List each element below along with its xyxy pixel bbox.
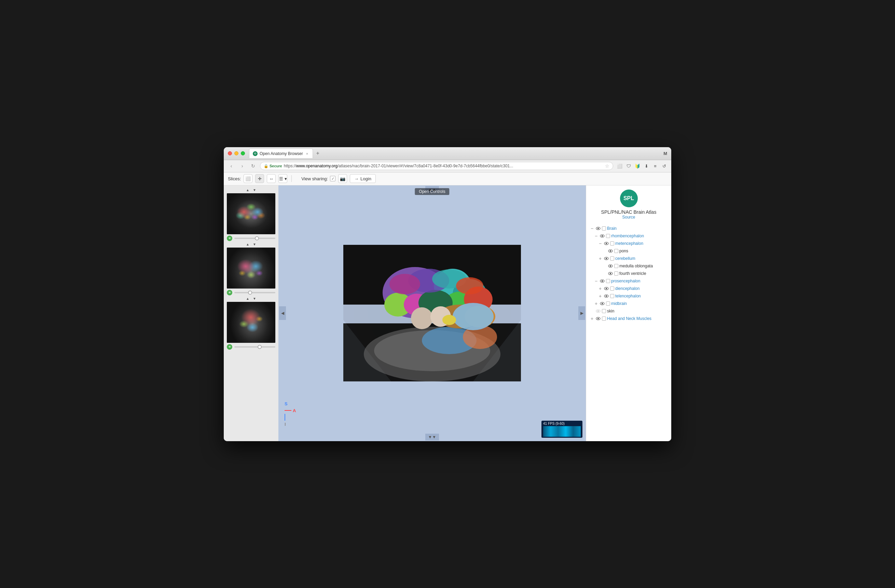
layer-collapse-brain[interactable]: −: [590, 226, 595, 231]
layer-name-head_neck_muscles[interactable]: Head and Neck Muscles: [607, 316, 651, 321]
layer-collapse-pons: [602, 249, 607, 253]
layer-eye-skin[interactable]: [595, 308, 601, 314]
axial-prev-button[interactable]: ▲: [246, 188, 249, 192]
atlas-header: SPL SPL/PNL/NAC Brain Atlas Source: [590, 189, 668, 220]
crosshair-tool-button[interactable]: ✛: [255, 174, 264, 183]
refresh-icon[interactable]: ↺: [660, 162, 668, 170]
axial-slice-image[interactable]: [227, 193, 275, 234]
atlas-source-link[interactable]: Source: [622, 215, 635, 220]
coronal-eye-icon[interactable]: 👁: [227, 290, 232, 296]
layer-eye-fourth_ventricle[interactable]: [608, 271, 613, 276]
maximize-button[interactable]: [241, 151, 245, 155]
layer-name-brain[interactable]: Brain: [607, 226, 617, 231]
sagittal-slider-thumb[interactable]: [258, 345, 262, 349]
layer-name-midbrain[interactable]: midbrain: [611, 301, 627, 306]
layer-eye-metencephalon[interactable]: [604, 241, 609, 246]
resize-tool-button[interactable]: ↔: [267, 174, 276, 183]
open-controls-label[interactable]: Open Controls: [415, 188, 449, 195]
layer-name-cerebellum[interactable]: cerebellum: [615, 256, 636, 261]
menu-icon[interactable]: ≡: [651, 162, 659, 170]
axial-next-button[interactable]: ▼: [253, 188, 256, 192]
new-tab-button[interactable]: +: [313, 149, 323, 158]
viewer-nav-right[interactable]: ▶: [578, 306, 585, 320]
layer-name-skin[interactable]: skin: [607, 309, 614, 314]
sagittal-slice-image[interactable]: [227, 302, 275, 343]
coronal-slider-thumb[interactable]: [248, 291, 252, 295]
layer-eye-telencephalon[interactable]: [604, 293, 609, 299]
layer-collapse-metencephalon[interactable]: −: [598, 241, 602, 246]
layer-name-prosencephalon[interactable]: prosencephalon: [611, 279, 640, 283]
back-button[interactable]: ‹: [227, 162, 235, 170]
shield-icon[interactable]: 🛡: [625, 162, 632, 170]
layer-checkbox-skin[interactable]: [602, 309, 606, 313]
axial-slider[interactable]: [234, 238, 275, 239]
coronal-slider[interactable]: [234, 292, 275, 293]
layer-collapse-cerebellum[interactable]: +: [598, 256, 602, 261]
extensions-icon[interactable]: ⬜: [616, 162, 623, 170]
active-tab[interactable]: O Open Anatomy Browser ×: [249, 149, 313, 158]
axial-slider-thumb[interactable]: [255, 236, 259, 240]
layer-item-diencephalon: +diencephalon: [590, 285, 668, 292]
view-sharing-checkbox[interactable]: ✓: [330, 176, 335, 181]
axial-eye-icon[interactable]: 👁: [227, 236, 232, 241]
minimize-button[interactable]: [234, 151, 238, 155]
layer-eye-pons[interactable]: [608, 248, 613, 254]
layer-checkbox-medulla_oblongata[interactable]: [614, 264, 618, 268]
layer-checkbox-pons[interactable]: [614, 249, 618, 253]
download-icon[interactable]: ⬇: [643, 162, 650, 170]
vpn-icon[interactable]: 🔰: [634, 162, 641, 170]
layer-name-rhombencephalon[interactable]: rhombencephalon: [611, 233, 644, 238]
layer-item-prosencephalon: −prosencephalon: [590, 277, 668, 285]
layer-name-telencephalon[interactable]: telencephalon: [615, 294, 641, 299]
layer-eye-cerebellum[interactable]: [604, 256, 609, 261]
layer-eye-midbrain[interactable]: [599, 301, 605, 306]
square-tool-button[interactable]: ⬜: [244, 174, 252, 183]
layer-eye-prosencephalon[interactable]: [599, 278, 605, 284]
layer-eye-diencephalon[interactable]: [604, 286, 609, 291]
layer-collapse-head_neck_muscles[interactable]: +: [590, 316, 595, 321]
sagittal-next-button[interactable]: ▼: [253, 297, 256, 300]
login-button[interactable]: → Login: [350, 174, 376, 183]
layer-eye-head_neck_muscles[interactable]: [595, 316, 601, 321]
layer-checkbox-cerebellum[interactable]: [610, 256, 614, 261]
tab-close-button[interactable]: ×: [305, 151, 309, 156]
url-bar[interactable]: 🔒 Secure https://www.openanatomy.org/atl…: [260, 162, 613, 170]
sagittal-eye-icon[interactable]: 👁: [227, 344, 232, 350]
layer-name-fourth_ventricle[interactable]: fourth ventricle: [619, 271, 646, 276]
layer-eye-brain[interactable]: [595, 226, 601, 231]
layer-checkbox-midbrain[interactable]: [606, 302, 610, 306]
layer-collapse-telencephalon[interactable]: +: [598, 294, 602, 299]
camera-button[interactable]: 📷: [338, 174, 347, 183]
layer-collapse-diencephalon[interactable]: +: [598, 286, 602, 291]
list-tool-button[interactable]: ☰ ▾: [278, 174, 287, 183]
layer-checkbox-fourth_ventricle[interactable]: [614, 271, 618, 276]
coronal-next-button[interactable]: ▼: [253, 242, 256, 246]
bookmark-icon[interactable]: ☆: [605, 163, 610, 169]
forward-button[interactable]: ›: [238, 162, 246, 170]
layer-name-metencephalon[interactable]: metencephalon: [615, 241, 643, 246]
sagittal-slider[interactable]: [234, 346, 275, 348]
coronal-slice-image[interactable]: [227, 247, 275, 288]
layer-checkbox-brain[interactable]: [602, 226, 606, 230]
viewer-nav-left[interactable]: ◀: [279, 306, 286, 320]
layer-eye-rhombencephalon[interactable]: [599, 233, 605, 239]
close-button[interactable]: [228, 151, 232, 155]
layer-eye-medulla_oblongata[interactable]: [608, 263, 613, 269]
refresh-button[interactable]: ↻: [249, 162, 257, 170]
layer-collapse-rhombencephalon[interactable]: −: [594, 233, 599, 238]
coronal-prev-button[interactable]: ▲: [246, 242, 249, 246]
layer-name-pons[interactable]: pons: [619, 249, 628, 253]
layer-name-diencephalon[interactable]: diencephalon: [615, 286, 640, 291]
sagittal-prev-button[interactable]: ▲: [246, 297, 249, 300]
layer-collapse-prosencephalon[interactable]: −: [594, 279, 599, 283]
layer-collapse-midbrain[interactable]: +: [594, 301, 599, 306]
layer-name-medulla_oblongata[interactable]: medulla oblongata: [619, 264, 653, 268]
layer-checkbox-head_neck_muscles[interactable]: [602, 317, 606, 321]
layer-checkbox-rhombencephalon[interactable]: [606, 234, 610, 238]
layer-checkbox-prosencephalon[interactable]: [606, 279, 610, 283]
3d-viewer-panel[interactable]: Open Controls ▲▲ ▼▼ ◀ ▶: [278, 185, 586, 441]
layer-checkbox-diencephalon[interactable]: [610, 286, 614, 291]
layer-checkbox-telencephalon[interactable]: [610, 294, 614, 298]
viewer-nav-down[interactable]: ▼▼: [425, 433, 439, 441]
layer-checkbox-metencephalon[interactable]: [610, 241, 614, 246]
